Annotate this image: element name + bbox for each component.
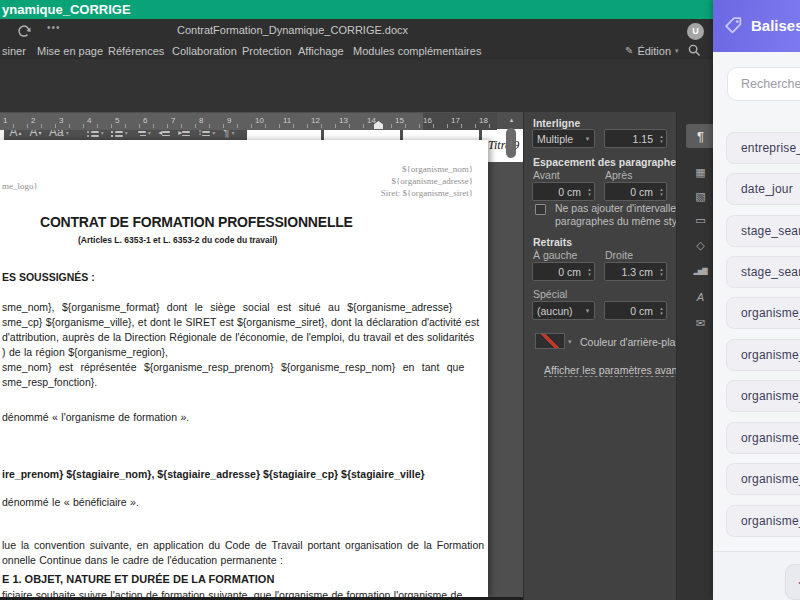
- doc-line: me_logo}: [2, 181, 38, 191]
- ruler-number: 12: [311, 116, 320, 125]
- spacing-after-spinner[interactable]: 0 cm▴▾: [604, 182, 667, 201]
- tag-icon: [723, 15, 744, 36]
- menu-tab-modules-compl-mentaires[interactable]: Modules complémentaires: [353, 44, 481, 58]
- menu-tab-collaboration[interactable]: Collaboration: [172, 44, 237, 58]
- no-interval-checkbox[interactable]: [535, 204, 546, 215]
- balise-item[interactable]: organisme_: [726, 297, 800, 329]
- right-tab-strip: ¶▦▧▭◇▂▅▇A✉: [676, 112, 713, 600]
- ruler-number: 9: [227, 116, 231, 125]
- document-page[interactable]: me_logo}${organisme_nom}${organisme_adre…: [0, 140, 488, 597]
- advanced-settings-link[interactable]: Afficher les paramètres avancés: [544, 364, 694, 377]
- special-indent-dropdown[interactable]: (aucun)▾: [532, 301, 595, 320]
- balises-footer: ◂: [713, 551, 800, 600]
- spinner-arrows-icon[interactable]: ▴▾: [657, 134, 666, 143]
- doc-line: sme_nom}, ${organisme_format} dont le si…: [2, 301, 452, 313]
- droite-label: Droite: [605, 249, 633, 261]
- doc-line: dénommé « l'organisme de formation ».: [2, 411, 189, 423]
- header-bar: ••• ContratFormation_Dynamique_CORRIGE.d…: [0, 19, 713, 44]
- text-art-settings-tab[interactable]: A: [686, 285, 714, 309]
- menu-tab-protection[interactable]: Protection: [242, 44, 292, 58]
- background-color-swatch[interactable]: [535, 333, 565, 349]
- balise-item[interactable]: organisme_: [726, 422, 800, 454]
- ruler-number: 8: [199, 116, 203, 125]
- doc-line: sme_nom} est réprésentée ${organisme_res…: [2, 361, 464, 373]
- balise-item[interactable]: organisme_: [726, 463, 800, 495]
- redo-icon[interactable]: [16, 23, 32, 39]
- checkbox-label-line2: paragraphes du même style: [555, 215, 685, 227]
- ruler-number: 10: [255, 116, 264, 125]
- table-settings-tab[interactable]: ▦: [686, 160, 714, 184]
- balise-item[interactable]: entreprise_: [726, 132, 800, 164]
- spinner-arrows-icon[interactable]: ▴▾: [657, 267, 666, 276]
- special-label: Spécial: [533, 288, 567, 300]
- menu-tab-siner[interactable]: siner: [2, 44, 26, 58]
- balise-item[interactable]: organisme_: [726, 339, 800, 371]
- horizontal-ruler[interactable]: 123456789101112131415161718: [0, 113, 497, 130]
- ruler-number: 6: [143, 116, 147, 125]
- doc-line: CONTRAT DE FORMATION PROFESSIONNELLE: [40, 214, 353, 230]
- balise-item[interactable]: date_jour: [726, 173, 800, 205]
- spinner-arrows-icon[interactable]: ▴▾: [657, 306, 666, 315]
- avant-label: Avant: [533, 169, 560, 181]
- balises-search-input[interactable]: Rechercher: [727, 67, 800, 101]
- ruler-number: 18: [479, 116, 488, 125]
- spinner-arrows-icon[interactable]: ▴▾: [585, 187, 594, 196]
- edition-label: Édition: [637, 44, 671, 58]
- image-settings-tab[interactable]: ▧: [686, 184, 714, 208]
- menu-tab-mise-en-page[interactable]: Mise en page: [37, 44, 103, 58]
- ruler-number: 15: [395, 116, 404, 125]
- chevron-down-icon: ▾: [581, 135, 594, 143]
- chevron-down-icon: ▾: [675, 44, 679, 58]
- line-spacing-value-spinner[interactable]: 1.15▴▾: [604, 129, 667, 148]
- mail-merge-settings-tab[interactable]: ✉: [686, 311, 714, 335]
- app-title: ynamique_CORRIGE: [2, 2, 131, 17]
- scrollbar-thumb[interactable]: ⋮: [506, 128, 516, 158]
- interligne-label: Interligne: [533, 117, 580, 129]
- balises-title: Balises d: [751, 17, 800, 34]
- ruler-number: 7: [171, 116, 175, 125]
- paragraph-settings-panel: Interligne Multiple▾ 1.15▴▾ Espacement d…: [523, 112, 676, 600]
- menu-tab-affichage[interactable]: Affichage: [298, 44, 344, 58]
- avatar[interactable]: U: [687, 23, 704, 40]
- ruler-number: 3: [59, 116, 63, 125]
- ruler-number: 11: [283, 116, 291, 125]
- espacement-label: Espacement des paragraphes: [533, 156, 682, 168]
- doc-line: lue la convention suivante, en applicati…: [2, 539, 484, 551]
- balises-header: Balises d: [713, 0, 800, 52]
- balise-item[interactable]: stage_sean: [726, 215, 800, 247]
- balise-item[interactable]: stage_sean: [726, 256, 800, 288]
- balise-item[interactable]: organisme_: [726, 505, 800, 537]
- indent-right-spinner[interactable]: 1.3 cm▴▾: [604, 262, 667, 281]
- chevron-down-icon[interactable]: ▾: [568, 338, 572, 346]
- spinner-arrows-icon[interactable]: ▴▾: [657, 187, 666, 196]
- ruler-number: 16: [423, 116, 432, 125]
- indent-left-spinner[interactable]: 0 cm▴▾: [532, 262, 595, 281]
- doc-line: (Articles L. 6353-1 et L. 6353-2 du code…: [78, 235, 277, 245]
- balises-panel: Balises d Rechercher entreprise_date_jou…: [713, 0, 800, 600]
- doc-line: ${organisme_nom}: [402, 164, 473, 174]
- scrollbar-up-button[interactable]: ▴: [506, 114, 517, 126]
- doc-line: onnelle Continue dans le cadre de l'éduc…: [2, 554, 283, 566]
- chart-settings-tab[interactable]: ▂▅▇: [686, 259, 714, 283]
- search-icon[interactable]: [688, 44, 701, 57]
- doc-line: ficiaire souhaite suivre l'action de for…: [2, 589, 462, 597]
- edition-mode-dropdown[interactable]: ✎ Édition ▾: [625, 44, 679, 58]
- ruler-number: 4: [87, 116, 91, 125]
- more-actions-icon[interactable]: •••: [47, 22, 61, 33]
- spacing-before-spinner[interactable]: 0 cm▴▾: [532, 182, 595, 201]
- balise-item[interactable]: organisme_: [726, 380, 800, 412]
- doc-line: sme_resp_fonction}.: [2, 376, 97, 388]
- header-footer-settings-tab[interactable]: ▭: [686, 208, 714, 232]
- line-spacing-mode-dropdown[interactable]: Multiple▾: [532, 129, 595, 148]
- shape-settings-tab[interactable]: ◇: [686, 233, 714, 257]
- collapse-panel-button[interactable]: ◂: [785, 564, 800, 600]
- toolbar: A▴ A▾ Aa▾ ▾ ▾ ▾ ◂ ▸ ↕▾ ¶▾ ✎▾ A▾: [0, 58, 713, 112]
- special-indent-spinner[interactable]: 0 cm▴▾: [604, 301, 667, 320]
- apres-label: Après: [605, 169, 632, 181]
- ruler-number: 13: [339, 116, 348, 125]
- background-color-label: Couleur d'arrière-plan: [580, 336, 681, 348]
- doc-line: ES SOUSSIGNÉS :: [2, 271, 95, 283]
- spinner-arrows-icon[interactable]: ▴▾: [585, 267, 594, 276]
- menu-tab-r-f-rences[interactable]: Références: [108, 44, 164, 58]
- paragraph-settings-tab[interactable]: ¶: [686, 124, 714, 148]
